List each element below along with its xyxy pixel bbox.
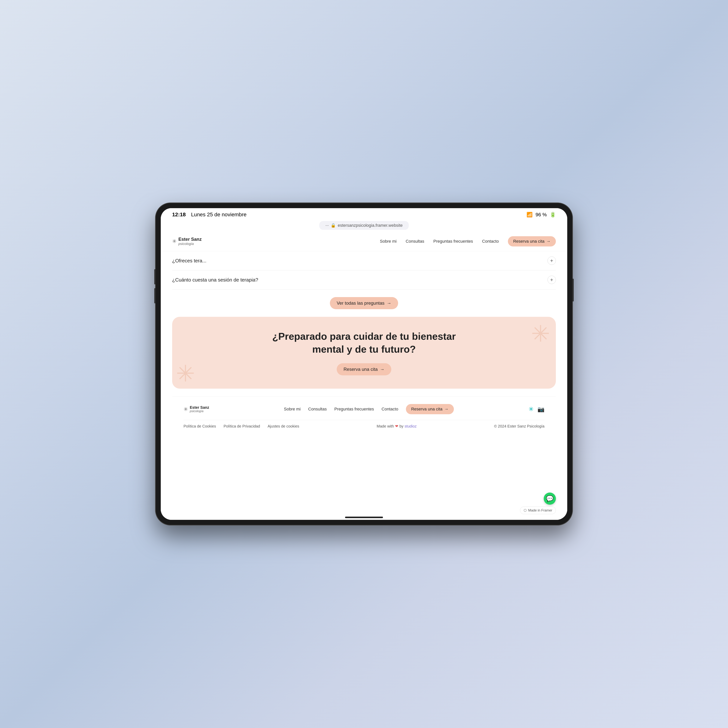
cta-decoration-bottom-left: ✳ [176,360,195,387]
cta-section: ✳ ✳ ¿Preparado para cuidar de tu bienest… [172,317,556,388]
footer-cta-button[interactable]: Reserva una cita → [406,404,454,414]
whatsapp-fab-button[interactable]: 💬 [544,492,556,505]
cta-btn-label: Reserva una cita [344,367,378,372]
footer-logo-name: Ester Sanz [190,405,209,410]
volume-down-button [154,288,156,303]
status-time: 12:18 [172,211,186,218]
nav-link-sobre-mi[interactable]: Sobre mi [380,239,397,244]
framer-badge-label: Made in Framer [528,508,552,512]
framer-icon: ⬡ [524,508,527,512]
logo-asterisk-icon: ✳ [172,238,176,245]
logo-subtitle: psicología [178,242,202,246]
footer-cta-arrow-icon: → [444,407,448,411]
cta-btn-arrow-icon: → [380,367,384,372]
footer-link-sobre-mi[interactable]: Sobre mi [284,407,301,411]
view-all-button[interactable]: Ver todas las preguntas → [330,297,398,309]
faq-item-2[interactable]: ¿Cuánto cuesta una sesión de terapia? + [172,270,556,289]
home-bar [161,517,567,520]
url-bar[interactable]: ··· 🔒 estersanzpsicologia.framer.website [161,220,567,232]
faq-toggle-1[interactable]: + [548,257,556,265]
view-all-wrapper: Ver todas las preguntas → [172,289,556,317]
view-all-label: Ver todas las preguntas [337,300,384,306]
power-button [572,279,574,301]
logo-name: Ester Sanz [178,237,202,242]
view-all-arrow-icon: → [387,300,391,306]
footer-cta-label: Reserva una cita [411,407,442,411]
footer-logo-text: Ester Sanz psicología [190,405,209,413]
footer-link-cookie-settings[interactable]: Ajustes de cookies [268,424,299,428]
footer-logo-sub: psicología [190,410,209,413]
cta-button[interactable]: Reserva una cita → [337,363,391,375]
studioz-link[interactable]: studioz [405,424,416,428]
footer-made-with: Made with ❤ by studioz [377,424,417,428]
cta-title: ¿Preparado para cuidar de tu bienestarme… [184,330,544,356]
status-left: 12:18 Lunes 25 de noviembre [172,211,246,218]
nav-link-contacto[interactable]: Contacto [482,239,499,244]
url-text: estersanzpsicologia.framer.website [338,223,402,228]
footer-top: ✳ Ester Sanz psicología Sobre mi Consult… [184,404,544,414]
battery-icon: 🔋 [550,212,556,218]
status-right: 📶 96 % 🔋 [526,212,556,218]
battery-text: 96 % [535,212,547,218]
footer-logo-asterisk-icon: ✳ [184,406,188,412]
footer-link-contacto[interactable]: Contacto [382,407,398,411]
footer-logo: ✳ Ester Sanz psicología [184,405,209,413]
faq-item-1[interactable]: ¿Ofreces tera... + [172,251,556,270]
navbar: ✳ Ester Sanz psicología Sobre mi Consult… [161,232,567,251]
made-with-text: Made with [377,424,394,428]
faq-question-2: ¿Cuánto cuesta una sesión de terapia? [172,277,548,283]
logo-text-group: Ester Sanz psicología [178,237,202,246]
footer-link-consultas[interactable]: Consultas [308,407,327,411]
url-dots: ··· [325,223,329,228]
nav-cta-arrow-icon: → [546,239,551,244]
main-content: ¿Ofreces tera... + ¿Cuánto cuesta una se… [161,251,567,517]
volume-up-button [154,269,156,284]
nav-cta-button[interactable]: Reserva una cita → [508,236,556,246]
footer-copyright: © 2024 Ester Sanz Psicología [494,424,544,428]
footer-link-privacy[interactable]: Política de Privacidad [223,424,260,428]
tablet-screen: 12:18 Lunes 25 de noviembre 📶 96 % 🔋 ···… [161,208,567,520]
footer: ✳ Ester Sanz psicología Sobre mi Consult… [172,396,556,432]
tablet-device: 12:18 Lunes 25 de noviembre 📶 96 % 🔋 ···… [156,203,572,525]
heart-icon: ❤ [395,424,398,428]
footer-legal-links: Política de Cookies Política de Privacid… [184,424,299,428]
social-star-icon[interactable]: ✳ [529,405,534,413]
faq-question-1: ¿Ofreces tera... [172,258,548,264]
faq-toggle-2[interactable]: + [548,276,556,284]
nav-links: Sobre mi Consultas Preguntas frecuentes … [380,236,556,246]
footer-social: ✳ 📷 [529,405,544,413]
status-date: Lunes 25 de noviembre [191,211,247,218]
footer-link-preguntas[interactable]: Preguntas frecuentes [334,407,374,411]
status-bar: 12:18 Lunes 25 de noviembre 📶 96 % 🔋 [161,208,567,220]
wifi-icon: 📶 [526,212,532,218]
url-pill[interactable]: ··· 🔒 estersanzpsicologia.framer.website [319,221,409,230]
framer-badge[interactable]: ⬡ Made in Framer [520,506,556,514]
social-instagram-icon[interactable]: 📷 [537,406,544,413]
home-indicator [345,517,383,518]
footer-link-cookies[interactable]: Política de Cookies [184,424,216,428]
nav-link-consultas[interactable]: Consultas [406,239,424,244]
by-text: by [399,424,404,428]
whatsapp-icon: 💬 [546,495,554,502]
footer-bottom: Política de Cookies Política de Privacid… [184,420,544,428]
footer-nav: Sobre mi Consultas Preguntas frecuentes … [284,404,454,414]
nav-link-preguntas[interactable]: Preguntas frecuentes [433,239,473,244]
logo: ✳ Ester Sanz psicología [172,237,202,246]
website-content: ✳ Ester Sanz psicología Sobre mi Consult… [161,232,567,517]
url-lock-icon: 🔒 [330,223,336,228]
nav-cta-label: Reserva una cita [513,239,544,244]
